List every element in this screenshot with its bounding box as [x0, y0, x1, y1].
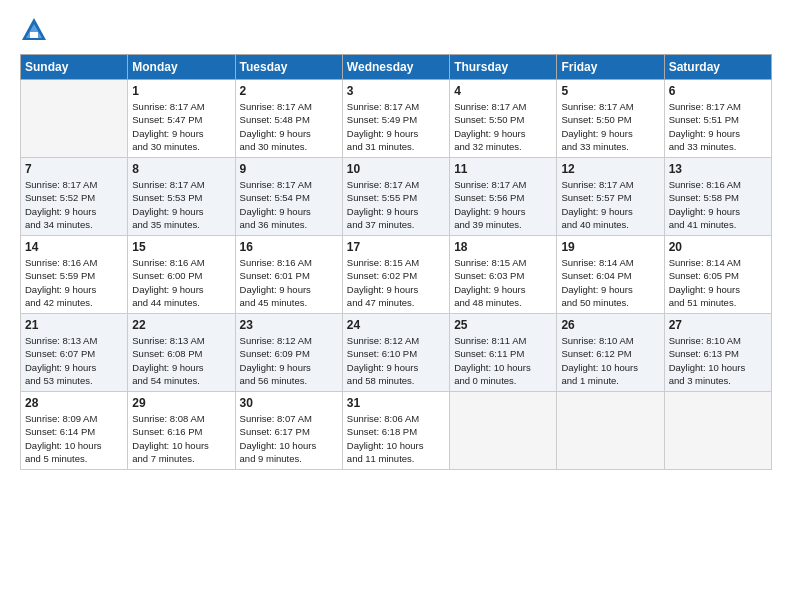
calendar-cell: 8Sunrise: 8:17 AMSunset: 5:53 PMDaylight…	[128, 158, 235, 236]
day-number: 30	[240, 396, 338, 410]
calendar-cell: 5Sunrise: 8:17 AMSunset: 5:50 PMDaylight…	[557, 80, 664, 158]
logo-icon	[20, 16, 48, 44]
calendar-week-row: 7Sunrise: 8:17 AMSunset: 5:52 PMDaylight…	[21, 158, 772, 236]
day-number: 6	[669, 84, 767, 98]
day-number: 20	[669, 240, 767, 254]
calendar-cell: 14Sunrise: 8:16 AMSunset: 5:59 PMDayligh…	[21, 236, 128, 314]
day-info: Sunrise: 8:08 AMSunset: 6:16 PMDaylight:…	[132, 412, 230, 465]
calendar-cell: 7Sunrise: 8:17 AMSunset: 5:52 PMDaylight…	[21, 158, 128, 236]
calendar-week-row: 28Sunrise: 8:09 AMSunset: 6:14 PMDayligh…	[21, 392, 772, 470]
calendar-cell	[664, 392, 771, 470]
calendar-cell	[21, 80, 128, 158]
day-info: Sunrise: 8:17 AMSunset: 5:51 PMDaylight:…	[669, 100, 767, 153]
calendar-cell: 17Sunrise: 8:15 AMSunset: 6:02 PMDayligh…	[342, 236, 449, 314]
day-info: Sunrise: 8:10 AMSunset: 6:12 PMDaylight:…	[561, 334, 659, 387]
calendar-cell: 23Sunrise: 8:12 AMSunset: 6:09 PMDayligh…	[235, 314, 342, 392]
calendar-week-row: 21Sunrise: 8:13 AMSunset: 6:07 PMDayligh…	[21, 314, 772, 392]
calendar-cell: 1Sunrise: 8:17 AMSunset: 5:47 PMDaylight…	[128, 80, 235, 158]
day-info: Sunrise: 8:11 AMSunset: 6:11 PMDaylight:…	[454, 334, 552, 387]
calendar-cell: 6Sunrise: 8:17 AMSunset: 5:51 PMDaylight…	[664, 80, 771, 158]
day-info: Sunrise: 8:17 AMSunset: 5:48 PMDaylight:…	[240, 100, 338, 153]
day-number: 27	[669, 318, 767, 332]
calendar-cell: 13Sunrise: 8:16 AMSunset: 5:58 PMDayligh…	[664, 158, 771, 236]
day-number: 12	[561, 162, 659, 176]
day-number: 22	[132, 318, 230, 332]
calendar-cell: 12Sunrise: 8:17 AMSunset: 5:57 PMDayligh…	[557, 158, 664, 236]
day-info: Sunrise: 8:14 AMSunset: 6:04 PMDaylight:…	[561, 256, 659, 309]
day-number: 28	[25, 396, 123, 410]
calendar-cell	[557, 392, 664, 470]
day-number: 7	[25, 162, 123, 176]
calendar-cell: 28Sunrise: 8:09 AMSunset: 6:14 PMDayligh…	[21, 392, 128, 470]
calendar-cell: 2Sunrise: 8:17 AMSunset: 5:48 PMDaylight…	[235, 80, 342, 158]
calendar-cell	[450, 392, 557, 470]
calendar-cell: 29Sunrise: 8:08 AMSunset: 6:16 PMDayligh…	[128, 392, 235, 470]
day-number: 24	[347, 318, 445, 332]
day-info: Sunrise: 8:17 AMSunset: 5:52 PMDaylight:…	[25, 178, 123, 231]
weekday-header: Sunday	[21, 55, 128, 80]
day-info: Sunrise: 8:06 AMSunset: 6:18 PMDaylight:…	[347, 412, 445, 465]
day-number: 10	[347, 162, 445, 176]
calendar-cell: 18Sunrise: 8:15 AMSunset: 6:03 PMDayligh…	[450, 236, 557, 314]
calendar-cell: 10Sunrise: 8:17 AMSunset: 5:55 PMDayligh…	[342, 158, 449, 236]
day-number: 25	[454, 318, 552, 332]
calendar-cell: 25Sunrise: 8:11 AMSunset: 6:11 PMDayligh…	[450, 314, 557, 392]
day-number: 18	[454, 240, 552, 254]
day-number: 3	[347, 84, 445, 98]
weekday-header: Thursday	[450, 55, 557, 80]
day-number: 17	[347, 240, 445, 254]
day-info: Sunrise: 8:16 AMSunset: 5:58 PMDaylight:…	[669, 178, 767, 231]
calendar-cell: 11Sunrise: 8:17 AMSunset: 5:56 PMDayligh…	[450, 158, 557, 236]
calendar-cell: 15Sunrise: 8:16 AMSunset: 6:00 PMDayligh…	[128, 236, 235, 314]
calendar-cell: 20Sunrise: 8:14 AMSunset: 6:05 PMDayligh…	[664, 236, 771, 314]
weekday-header: Tuesday	[235, 55, 342, 80]
calendar-page: SundayMondayTuesdayWednesdayThursdayFrid…	[0, 0, 792, 612]
day-info: Sunrise: 8:16 AMSunset: 6:01 PMDaylight:…	[240, 256, 338, 309]
day-number: 21	[25, 318, 123, 332]
day-info: Sunrise: 8:13 AMSunset: 6:08 PMDaylight:…	[132, 334, 230, 387]
day-info: Sunrise: 8:16 AMSunset: 5:59 PMDaylight:…	[25, 256, 123, 309]
day-info: Sunrise: 8:13 AMSunset: 6:07 PMDaylight:…	[25, 334, 123, 387]
day-number: 23	[240, 318, 338, 332]
day-info: Sunrise: 8:15 AMSunset: 6:03 PMDaylight:…	[454, 256, 552, 309]
day-number: 9	[240, 162, 338, 176]
logo	[20, 16, 52, 44]
calendar-cell: 30Sunrise: 8:07 AMSunset: 6:17 PMDayligh…	[235, 392, 342, 470]
day-number: 4	[454, 84, 552, 98]
page-header	[20, 16, 772, 44]
weekday-header-row: SundayMondayTuesdayWednesdayThursdayFrid…	[21, 55, 772, 80]
day-info: Sunrise: 8:17 AMSunset: 5:55 PMDaylight:…	[347, 178, 445, 231]
calendar-cell: 4Sunrise: 8:17 AMSunset: 5:50 PMDaylight…	[450, 80, 557, 158]
day-number: 13	[669, 162, 767, 176]
day-info: Sunrise: 8:17 AMSunset: 5:50 PMDaylight:…	[454, 100, 552, 153]
calendar-cell: 26Sunrise: 8:10 AMSunset: 6:12 PMDayligh…	[557, 314, 664, 392]
calendar-cell: 9Sunrise: 8:17 AMSunset: 5:54 PMDaylight…	[235, 158, 342, 236]
day-info: Sunrise: 8:12 AMSunset: 6:09 PMDaylight:…	[240, 334, 338, 387]
calendar-cell: 22Sunrise: 8:13 AMSunset: 6:08 PMDayligh…	[128, 314, 235, 392]
day-info: Sunrise: 8:10 AMSunset: 6:13 PMDaylight:…	[669, 334, 767, 387]
calendar-cell: 16Sunrise: 8:16 AMSunset: 6:01 PMDayligh…	[235, 236, 342, 314]
day-info: Sunrise: 8:17 AMSunset: 5:50 PMDaylight:…	[561, 100, 659, 153]
calendar-cell: 21Sunrise: 8:13 AMSunset: 6:07 PMDayligh…	[21, 314, 128, 392]
calendar-cell: 31Sunrise: 8:06 AMSunset: 6:18 PMDayligh…	[342, 392, 449, 470]
day-number: 14	[25, 240, 123, 254]
day-info: Sunrise: 8:17 AMSunset: 5:53 PMDaylight:…	[132, 178, 230, 231]
day-number: 2	[240, 84, 338, 98]
weekday-header: Monday	[128, 55, 235, 80]
svg-rect-2	[30, 32, 38, 38]
calendar-cell: 3Sunrise: 8:17 AMSunset: 5:49 PMDaylight…	[342, 80, 449, 158]
day-info: Sunrise: 8:17 AMSunset: 5:56 PMDaylight:…	[454, 178, 552, 231]
calendar-cell: 19Sunrise: 8:14 AMSunset: 6:04 PMDayligh…	[557, 236, 664, 314]
day-info: Sunrise: 8:17 AMSunset: 5:47 PMDaylight:…	[132, 100, 230, 153]
day-info: Sunrise: 8:16 AMSunset: 6:00 PMDaylight:…	[132, 256, 230, 309]
day-number: 8	[132, 162, 230, 176]
day-info: Sunrise: 8:09 AMSunset: 6:14 PMDaylight:…	[25, 412, 123, 465]
day-number: 11	[454, 162, 552, 176]
weekday-header: Saturday	[664, 55, 771, 80]
weekday-header: Wednesday	[342, 55, 449, 80]
day-info: Sunrise: 8:17 AMSunset: 5:49 PMDaylight:…	[347, 100, 445, 153]
day-number: 16	[240, 240, 338, 254]
calendar-week-row: 1Sunrise: 8:17 AMSunset: 5:47 PMDaylight…	[21, 80, 772, 158]
day-info: Sunrise: 8:07 AMSunset: 6:17 PMDaylight:…	[240, 412, 338, 465]
day-number: 1	[132, 84, 230, 98]
